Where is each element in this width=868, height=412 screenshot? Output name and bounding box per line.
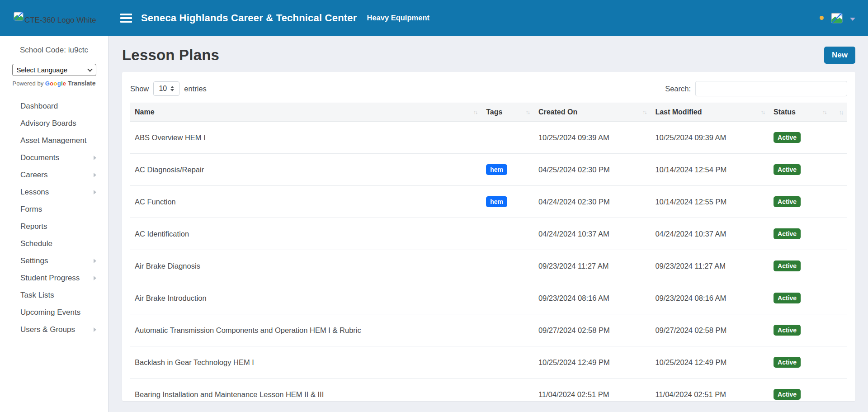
new-button[interactable]: New — [824, 47, 855, 64]
status-cell: Active — [769, 250, 830, 282]
chevron-down-icon[interactable] — [850, 18, 855, 21]
sidebar-item-upcoming-events[interactable]: Upcoming Events — [0, 304, 108, 321]
sort-icon[interactable]: ↑↓ — [761, 109, 765, 115]
status-badge: Active — [774, 164, 801, 175]
language-select[interactable]: Select Language — [12, 64, 96, 76]
created-on-cell: 11/04/2024 02:51 PM — [534, 379, 651, 402]
chevron-right-icon — [94, 190, 96, 194]
lesson-name-cell: Air Brake Diagnosis — [130, 250, 481, 282]
sidebar-item-task-lists[interactable]: Task Lists — [0, 287, 108, 304]
table-row[interactable]: ABS Overview HEM I10/25/2024 09:39 AM10/… — [130, 122, 847, 154]
sidebar-item-asset-management[interactable]: Asset Management — [0, 132, 108, 149]
translate-label: Translate — [68, 80, 95, 87]
sidebar-item-dashboard[interactable]: Dashboard — [0, 98, 108, 115]
google-logo: Google — [45, 80, 66, 87]
entries-select[interactable]: 10 — [153, 81, 179, 96]
app-logo[interactable]: CTE-360 Logo White — [14, 11, 111, 25]
table-row[interactable]: AC Functionhem04/24/2024 02:30 PM10/14/2… — [130, 186, 847, 218]
school-title: Seneca Highlands Career & Technical Cent… — [141, 12, 357, 24]
sidebar-item-forms[interactable]: Forms — [0, 201, 108, 218]
chevron-down-icon — [87, 66, 92, 71]
column-header-created-on[interactable]: Created On↑↓ — [534, 103, 651, 122]
tags-cell — [481, 250, 534, 282]
table-row[interactable]: Bearing Installation and Maintenance Les… — [130, 379, 847, 402]
last-modified-cell: 10/25/2024 09:39 AM — [651, 122, 769, 154]
column-header-label: Tags — [486, 108, 502, 116]
column-header-extra[interactable]: ↑↓ — [831, 103, 848, 122]
tags-cell — [481, 346, 534, 379]
tags-cell: hem — [481, 154, 534, 186]
status-badge: Active — [774, 228, 801, 239]
sidebar-item-schedule[interactable]: Schedule — [0, 235, 108, 252]
sidebar-item-documents[interactable]: Documents — [0, 149, 108, 166]
sidebar-item-lessons[interactable]: Lessons — [0, 184, 108, 201]
extra-cell — [831, 218, 848, 250]
school-code: School Code: iu9ctc — [0, 46, 108, 55]
tags-cell — [481, 282, 534, 314]
tags-cell — [481, 122, 534, 154]
status-cell: Active — [769, 379, 830, 402]
sidebar-item-reports[interactable]: Reports — [0, 218, 108, 235]
search-control: Search: — [665, 81, 847, 96]
sidebar-item-careers[interactable]: Careers — [0, 166, 108, 184]
sidebar-item-label: Dashboard — [20, 102, 58, 111]
avatar-broken-image-icon[interactable] — [831, 12, 843, 24]
sort-icon[interactable]: ↑↓ — [642, 109, 646, 115]
sidebar-item-label: Careers — [20, 170, 47, 180]
sort-icon[interactable]: ↑↓ — [822, 109, 826, 115]
table-controls: Show 10 entries Search: — [130, 81, 847, 96]
extra-cell — [831, 122, 848, 154]
column-header-status[interactable]: Status↑↓ — [769, 103, 830, 122]
lesson-name-cell: AC Diagnosis/Repair — [130, 154, 481, 186]
status-cell: Active — [769, 314, 830, 346]
sidebar-item-settings[interactable]: Settings — [0, 252, 108, 270]
last-modified-cell: 10/14/2024 12:55 PM — [651, 186, 769, 218]
last-modified-cell: 11/04/2024 02:51 PM — [651, 379, 769, 402]
sidebar-item-label: Users & Groups — [20, 325, 75, 334]
sidebar-item-student-progress[interactable]: Student Progress — [0, 270, 108, 287]
chevron-right-icon — [94, 276, 96, 280]
last-modified-cell: 10/14/2024 12:54 PM — [651, 154, 769, 186]
sidebar-item-advisory-boards[interactable]: Advisory Boards — [0, 115, 108, 132]
last-modified-cell: 09/27/2024 02:58 PM — [651, 314, 769, 346]
extra-cell — [831, 346, 848, 379]
column-header-name[interactable]: Name↑↓ — [130, 103, 481, 122]
table-row[interactable]: Air Brake Introduction09/23/2024 08:16 A… — [130, 282, 847, 314]
sort-icon[interactable]: ↑↓ — [473, 109, 477, 115]
page-title: Lesson Plans — [122, 47, 219, 64]
sidebar-item-label: Lessons — [20, 188, 49, 197]
column-header-label: Status — [774, 108, 796, 116]
extra-cell — [831, 250, 848, 282]
table-row[interactable]: AC Diagnosis/Repairhem04/25/2024 02:30 P… — [130, 154, 847, 186]
created-on-cell: 04/24/2024 02:30 PM — [534, 186, 651, 218]
table-row[interactable]: AC Identification04/24/2024 10:37 AM04/2… — [130, 218, 847, 250]
sidebar-item-label: Documents — [20, 153, 59, 162]
created-on-cell: 09/23/2024 11:27 AM — [534, 250, 651, 282]
sort-icon[interactable]: ↑↓ — [525, 109, 529, 115]
table-row[interactable]: Air Brake Diagnosis09/23/2024 11:27 AM09… — [130, 250, 847, 282]
hamburger-menu-icon[interactable] — [118, 11, 135, 25]
table-row[interactable]: Backlash in Gear Technology HEM I10/25/2… — [130, 346, 847, 379]
main-content: Lesson Plans New Show 10 entries Search:… — [108, 36, 868, 412]
sidebar-item-label: Task Lists — [20, 291, 54, 300]
sidebar-item-label: Asset Management — [20, 136, 86, 145]
notification-dot — [820, 16, 824, 20]
column-header-tags[interactable]: Tags↑↓ — [481, 103, 534, 122]
sort-icon[interactable]: ↑↓ — [839, 109, 843, 116]
chevron-right-icon — [94, 259, 96, 263]
extra-cell — [831, 186, 848, 218]
created-on-cell: 10/25/2024 12:49 PM — [534, 346, 651, 379]
lesson-name-cell: ABS Overview HEM I — [130, 122, 481, 154]
table-row[interactable]: Automatic Transmission Components and Op… — [130, 314, 847, 346]
entries-control: Show 10 entries — [130, 81, 207, 96]
table-body: ABS Overview HEM I10/25/2024 09:39 AM10/… — [130, 122, 847, 402]
sidebar-item-label: Advisory Boards — [20, 119, 76, 128]
column-header-label: Created On — [538, 108, 577, 116]
search-input[interactable] — [695, 81, 847, 96]
sidebar-item-label: Reports — [20, 222, 47, 231]
lesson-plans-card: Show 10 entries Search: Name↑↓Tags↑↓Crea… — [122, 72, 855, 401]
lesson-plans-table: Name↑↓Tags↑↓Created On↑↓Last Modified↑↓S… — [130, 103, 847, 401]
created-on-cell: 09/23/2024 08:16 AM — [534, 282, 651, 314]
column-header-last-modified[interactable]: Last Modified↑↓ — [651, 103, 769, 122]
sidebar-item-users-groups[interactable]: Users & Groups — [0, 321, 108, 338]
